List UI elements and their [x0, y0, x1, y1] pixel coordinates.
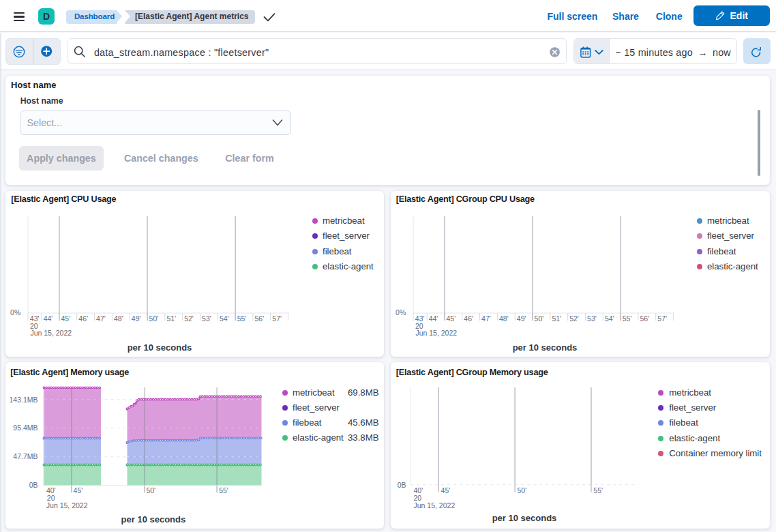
svg-text:47.7MB: 47.7MB — [13, 452, 38, 460]
svg-text:per 10 seconds: per 10 seconds — [492, 513, 556, 523]
svg-text:57': 57' — [657, 314, 667, 323]
svg-text:50': 50' — [149, 314, 159, 323]
svg-text:55': 55' — [622, 314, 631, 323]
svg-text:57': 57' — [272, 314, 282, 323]
svg-text:45': 45' — [441, 486, 450, 494]
svg-text:95.4MB: 95.4MB — [13, 424, 38, 432]
svg-text:per 10 seconds: per 10 seconds — [128, 342, 192, 353]
svg-text:45': 45' — [61, 314, 71, 323]
svg-text:46': 46' — [78, 314, 88, 323]
svg-text:Jun 15, 2022: Jun 15, 2022 — [46, 501, 88, 509]
svg-text:47': 47' — [96, 314, 106, 323]
svg-text:0B: 0B — [397, 481, 406, 489]
svg-text:44': 44' — [44, 314, 53, 323]
svg-text:0%: 0% — [10, 308, 20, 316]
svg-text:45': 45' — [446, 314, 456, 323]
svg-text:Jun 15, 2022: Jun 15, 2022 — [413, 501, 455, 509]
svg-text:55': 55' — [237, 314, 247, 323]
svg-text:47': 47' — [481, 314, 491, 323]
svg-text:48': 48' — [499, 314, 509, 323]
svg-text:51': 51' — [166, 314, 176, 323]
svg-text:49': 49' — [516, 314, 526, 323]
svg-text:55': 55' — [593, 486, 603, 494]
svg-text:50': 50' — [146, 486, 155, 494]
svg-text:0%: 0% — [396, 308, 406, 316]
svg-text:per 10 seconds: per 10 seconds — [512, 342, 577, 353]
svg-text:49': 49' — [132, 314, 141, 323]
svg-text:51': 51' — [552, 314, 561, 323]
svg-text:52': 52' — [184, 314, 194, 323]
svg-text:per 10 seconds: per 10 seconds — [121, 514, 186, 524]
svg-text:53': 53' — [587, 314, 597, 323]
svg-text:55': 55' — [219, 486, 228, 494]
svg-text:143.1MB: 143.1MB — [9, 396, 38, 404]
svg-text:46': 46' — [464, 314, 473, 323]
svg-text:53': 53' — [202, 314, 211, 323]
svg-text:54': 54' — [604, 314, 614, 323]
svg-text:56': 56' — [255, 314, 265, 323]
svg-text:56': 56' — [640, 314, 649, 323]
svg-text:Jun 15, 2022: Jun 15, 2022 — [415, 329, 457, 337]
svg-text:Jun 15, 2022: Jun 15, 2022 — [30, 329, 72, 337]
svg-text:54': 54' — [220, 314, 229, 323]
svg-text:44': 44' — [428, 314, 438, 323]
svg-text:50': 50' — [517, 486, 526, 494]
svg-text:50': 50' — [534, 314, 543, 323]
svg-text:45': 45' — [74, 486, 83, 494]
svg-text:52': 52' — [569, 314, 579, 323]
svg-text:48': 48' — [114, 314, 123, 323]
svg-text:0B: 0B — [29, 481, 38, 489]
